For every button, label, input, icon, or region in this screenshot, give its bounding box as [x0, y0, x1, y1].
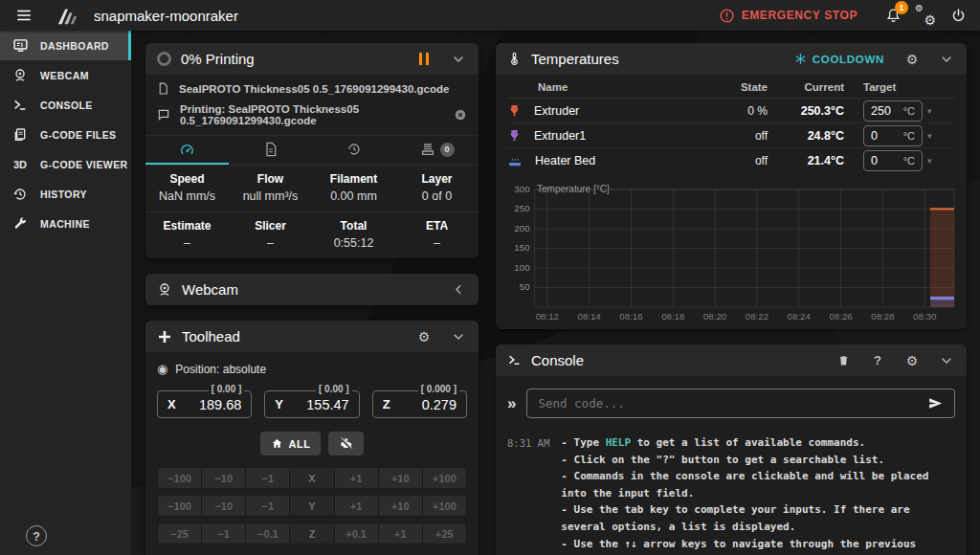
send-code-input[interactable] — [538, 396, 922, 411]
help-button[interactable]: ? — [26, 525, 47, 546]
collapse-button[interactable] — [934, 47, 959, 72]
send-button[interactable] — [922, 391, 948, 416]
x-move-button[interactable]: +100 — [423, 468, 466, 488]
tab-file[interactable] — [229, 136, 312, 165]
expand-button[interactable] — [446, 278, 471, 302]
target-temp-field[interactable]: °C — [863, 125, 923, 146]
preset-dropdown-caret[interactable]: ▾ — [927, 106, 932, 116]
temp-unit: °C — [903, 130, 915, 142]
sidebar-item-history[interactable]: HISTORY — [0, 179, 131, 209]
chevron-down-icon — [939, 353, 954, 368]
toolhead-settings-button[interactable]: ⚙ — [412, 324, 436, 349]
z-move-button[interactable]: −25 — [158, 523, 201, 544]
interface-settings-button[interactable]: ⚙ ⚙ — [911, 1, 940, 30]
z-move-button[interactable]: +0.1 — [335, 523, 378, 544]
history-icon — [346, 142, 362, 157]
svg-text:250: 250 — [514, 204, 529, 214]
x-position-field[interactable]: X [ 0.00 ] — [157, 390, 252, 418]
dashboard-icon — [11, 37, 30, 54]
x-axis-cell: X — [290, 468, 333, 488]
preset-dropdown-caret[interactable]: ▾ — [927, 131, 932, 141]
sidebar-item-gcode-files[interactable]: G-CODE FILES — [0, 120, 131, 149]
y-move-button[interactable]: −1 — [246, 496, 289, 516]
target-temp-field[interactable]: °C — [863, 150, 923, 171]
console-title: Console — [531, 352, 584, 368]
menu-button[interactable] — [10, 1, 38, 30]
target-temp-input[interactable] — [871, 129, 896, 143]
position-mode-icon: ◉ — [157, 362, 167, 376]
mainsail-logo — [54, 5, 82, 26]
pause-button[interactable] — [412, 49, 437, 69]
column-current: Current — [768, 81, 844, 93]
sidebar-item-console[interactable]: CONSOLE — [0, 90, 131, 120]
z-move-button[interactable]: +1 — [379, 523, 422, 544]
tab-speed[interactable] — [145, 136, 229, 165]
collapse-button[interactable] — [934, 348, 959, 373]
chevron-down-icon — [939, 52, 954, 67]
tab-queue[interactable]: 0 — [395, 136, 479, 165]
webcam-title: Webcam — [182, 281, 238, 298]
z-position-field[interactable]: Z [ 0.000 ] — [372, 390, 467, 418]
table-row-extruder: Extruder 0 % 250.3°C °C ▾ — [507, 99, 955, 123]
log-line: - Click on the "?" button to get a searc… — [561, 452, 955, 469]
home-all-button[interactable]: ALL — [260, 432, 322, 455]
sidebar-item-gcode-viewer[interactable]: 3D G-CODE VIEWER — [0, 149, 131, 179]
collapse-button[interactable] — [446, 47, 471, 72]
y-move-button[interactable]: −10 — [202, 496, 245, 516]
target-temp-field[interactable]: °C — [863, 100, 923, 122]
x-move-button[interactable]: +10 — [379, 468, 422, 488]
current-file-row: SealPROTO Thickness05 0.5_1769091299430.… — [145, 75, 479, 97]
log-line[interactable]: - Type HELP to get a list of available c… — [561, 434, 955, 452]
y-position-input[interactable] — [283, 397, 349, 412]
z-position-input[interactable] — [390, 397, 457, 412]
emergency-stop-button[interactable]: EMERGENCY STOP — [719, 8, 858, 24]
status-message-row: Printing: SealPROTO Thickness05 0.5_1769… — [145, 97, 479, 130]
sidebar-item-label: HISTORY — [40, 189, 87, 200]
pause-icon — [419, 53, 423, 65]
close-circle-icon[interactable] — [454, 108, 467, 122]
command-help-button[interactable]: ? — [865, 348, 890, 373]
notifications-button[interactable]: 1 — [879, 1, 907, 30]
gauge-icon — [179, 142, 195, 158]
y-move-button[interactable]: +1 — [335, 496, 378, 516]
z-move-button[interactable]: +25 — [423, 523, 466, 544]
toolhead-panel: Toolhead ⚙ ◉ Position: absolute X — [145, 321, 479, 555]
y-move-button[interactable]: −100 — [158, 496, 201, 516]
z-offset-legend: [ 0.000 ] — [418, 384, 459, 394]
y-position-field[interactable]: Y [ 0.00 ] — [264, 390, 359, 418]
cooldown-button[interactable]: COOLDOWN — [789, 53, 890, 65]
console-settings-button[interactable]: ⚙ — [900, 348, 924, 373]
tab-history[interactable] — [312, 136, 395, 165]
stat-value: 0.00 mm — [316, 189, 391, 203]
power-button[interactable] — [944, 1, 972, 30]
x-offset-legend: [ 0.00 ] — [209, 384, 245, 394]
engine-off-icon — [339, 436, 353, 451]
preset-dropdown-caret[interactable]: ▾ — [927, 156, 932, 166]
chevron-left-icon — [452, 282, 466, 297]
motors-off-button[interactable] — [328, 432, 364, 455]
x-position-input[interactable] — [176, 397, 242, 412]
position-mode-label: Position: absolute — [175, 363, 266, 376]
x-move-button[interactable]: −1 — [246, 468, 289, 488]
target-temp-input[interactable] — [871, 154, 896, 167]
sidebar-item-dashboard[interactable]: DASHBOARD — [0, 31, 131, 60]
x-move-button[interactable]: +1 — [335, 468, 378, 488]
emergency-stop-label: EMERGENCY STOP — [742, 9, 858, 22]
dashboard-content: 0% Printing SealPROTO Thickness05 0.5_17… — [131, 31, 980, 555]
sidebar-item-machine[interactable]: MACHINE — [0, 209, 131, 238]
x-move-button[interactable]: −100 — [158, 468, 201, 488]
collapse-button[interactable] — [446, 324, 471, 349]
target-temp-input[interactable] — [871, 104, 896, 118]
help-command[interactable]: HELP — [606, 436, 632, 449]
stat-label: Estimate — [149, 219, 225, 233]
z-move-button[interactable]: −0.1 — [246, 523, 289, 544]
y-move-button[interactable]: +10 — [379, 496, 422, 516]
x-move-button[interactable]: −10 — [202, 468, 245, 488]
z-move-button[interactable]: −1 — [202, 523, 245, 544]
y-move-button[interactable]: +100 — [423, 496, 466, 516]
alert-circle-icon — [719, 8, 735, 24]
sidebar-item-webcam[interactable]: WEBCAM — [0, 60, 131, 90]
temperatures-settings-button[interactable]: ⚙ — [900, 47, 924, 72]
send-code-field[interactable] — [526, 388, 955, 418]
clear-console-button[interactable] — [831, 348, 856, 373]
